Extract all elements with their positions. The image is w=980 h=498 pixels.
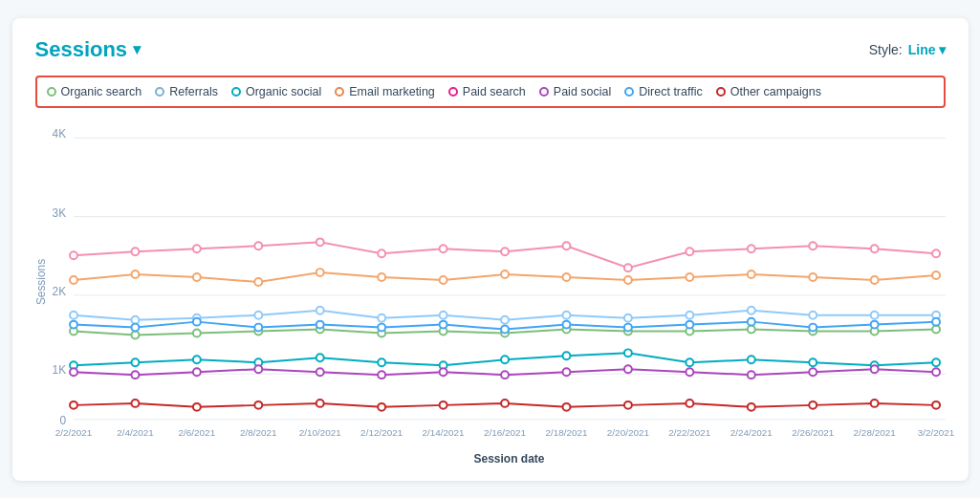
svg-point-60 — [70, 311, 77, 318]
svg-point-78 — [254, 323, 262, 331]
svg-point-66 — [439, 311, 446, 318]
svg-point-65 — [378, 314, 385, 321]
svg-text:2/2/2021: 2/2/2021 — [54, 426, 92, 437]
svg-text:2/22/2021: 2/22/2021 — [668, 426, 711, 437]
svg-point-69 — [623, 314, 631, 321]
svg-point-112 — [501, 371, 509, 379]
sessions-card: Sessions ▾ Style: Line ▾ Organic search … — [12, 18, 969, 481]
legend-label-referrals: Referrals — [169, 85, 218, 98]
svg-point-124 — [316, 399, 323, 406]
y-label-1k: 1K — [52, 363, 66, 377]
svg-point-106 — [131, 371, 139, 379]
svg-point-71 — [747, 306, 754, 314]
svg-point-115 — [686, 368, 693, 376]
legend-label-organic-social: Organic social — [246, 85, 321, 98]
svg-point-23 — [562, 242, 570, 249]
svg-text:2/24/2021: 2/24/2021 — [730, 426, 773, 437]
svg-point-84 — [623, 323, 631, 331]
title-chevron-icon[interactable]: ▾ — [133, 40, 141, 58]
svg-point-97 — [501, 356, 509, 363]
svg-point-100 — [686, 358, 693, 366]
svg-point-101 — [747, 356, 754, 363]
legend-other-campaigns[interactable]: Other campaigns — [716, 85, 821, 98]
svg-point-107 — [192, 368, 200, 376]
legend-organic-social[interactable]: Organic social — [231, 85, 321, 98]
svg-point-123 — [254, 401, 262, 408]
legend-label-email-marketing: Email marketing — [349, 85, 435, 98]
card-header: Sessions ▾ Style: Line ▾ — [35, 37, 946, 62]
legend-dot-email-marketing — [335, 87, 344, 97]
legend-email-marketing[interactable]: Email marketing — [335, 85, 435, 98]
svg-point-131 — [747, 402, 754, 410]
svg-point-61 — [131, 315, 139, 323]
svg-point-86 — [747, 317, 754, 325]
svg-point-114 — [623, 365, 631, 373]
svg-text:2/10/2021: 2/10/2021 — [298, 426, 341, 437]
svg-text:2/28/2021: 2/28/2021 — [853, 426, 896, 437]
card-title[interactable]: Sessions ▾ — [35, 37, 142, 62]
svg-point-64 — [316, 306, 323, 314]
svg-point-117 — [809, 368, 817, 376]
svg-point-132 — [809, 401, 817, 408]
svg-point-28 — [870, 245, 878, 252]
svg-point-52 — [501, 271, 509, 278]
svg-point-29 — [932, 249, 940, 257]
svg-point-110 — [378, 371, 385, 379]
svg-point-102 — [809, 358, 817, 366]
svg-point-70 — [686, 311, 693, 318]
svg-point-49 — [316, 269, 323, 276]
y-label-2k: 2K — [52, 284, 66, 297]
legend-dot-organic-social — [231, 87, 241, 97]
legend-paid-search[interactable]: Paid search — [448, 85, 526, 98]
legend-direct-traffic[interactable]: Direct traffic — [624, 85, 702, 98]
svg-point-22 — [501, 248, 509, 255]
svg-point-111 — [439, 368, 446, 376]
style-value: Line — [908, 42, 936, 57]
x-axis-label: Session date — [74, 452, 946, 466]
svg-point-63 — [254, 311, 262, 318]
svg-point-48 — [254, 278, 262, 286]
svg-point-51 — [439, 276, 446, 284]
svg-point-67 — [501, 315, 509, 323]
style-dropdown[interactable]: Line ▾ — [908, 42, 946, 57]
legend-paid-social[interactable]: Paid social — [539, 85, 611, 98]
svg-point-88 — [870, 320, 878, 328]
legend-label-paid-search: Paid search — [463, 85, 526, 98]
svg-point-99 — [623, 349, 631, 357]
svg-point-95 — [378, 358, 385, 366]
legend-dot-organic-search — [47, 87, 56, 97]
svg-point-31 — [131, 331, 139, 338]
svg-text:2/18/2021: 2/18/2021 — [545, 426, 588, 437]
svg-point-41 — [747, 325, 754, 333]
svg-point-80 — [378, 323, 385, 331]
legend-organic-search[interactable]: Organic search — [47, 85, 142, 98]
svg-point-105 — [70, 368, 77, 376]
legend-referrals[interactable]: Referrals — [155, 85, 218, 98]
svg-point-127 — [501, 399, 509, 406]
svg-point-75 — [70, 320, 77, 328]
y-axis-label: Sessions — [34, 258, 48, 304]
svg-point-92 — [192, 356, 200, 363]
svg-point-89 — [932, 317, 940, 325]
svg-point-98 — [562, 352, 570, 359]
svg-point-83 — [562, 320, 570, 328]
svg-point-104 — [932, 358, 940, 366]
svg-point-85 — [686, 320, 693, 328]
style-control: Style: Line ▾ — [869, 42, 946, 57]
svg-point-19 — [316, 238, 323, 246]
legend-bar: Organic search Referrals Organic social … — [35, 76, 946, 108]
svg-point-26 — [747, 245, 754, 252]
svg-point-113 — [562, 368, 570, 376]
svg-text:2/12/2021: 2/12/2021 — [360, 426, 403, 437]
svg-text:2/6/2021: 2/6/2021 — [178, 426, 215, 437]
svg-point-16 — [131, 248, 139, 255]
svg-text:2/14/2021: 2/14/2021 — [422, 426, 465, 437]
legend-dot-other-campaigns — [716, 87, 726, 97]
svg-point-116 — [747, 371, 754, 379]
svg-point-134 — [932, 401, 940, 408]
svg-point-44 — [932, 325, 940, 333]
style-chevron-icon: ▾ — [939, 42, 946, 57]
svg-text:3/2/2021: 3/2/2021 — [917, 426, 954, 437]
svg-point-56 — [747, 271, 754, 278]
svg-text:2/16/2021: 2/16/2021 — [484, 426, 527, 437]
